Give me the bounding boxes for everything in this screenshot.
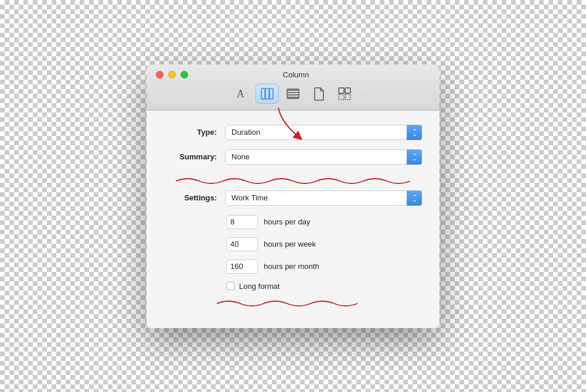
long-format-row: Long format xyxy=(164,282,422,291)
content-panel: Type: Duration Summary: None xyxy=(146,110,440,328)
toolbar: A xyxy=(230,84,356,110)
close-button[interactable] xyxy=(156,71,163,79)
summary-row: Summary: None xyxy=(164,149,422,165)
wavy-annotation-bottom xyxy=(217,296,397,311)
custom-grid-icon xyxy=(338,87,352,101)
hours-per-week-input[interactable] xyxy=(226,237,258,251)
settings-row: Settings: Work Time xyxy=(164,190,422,206)
type-select[interactable]: Duration xyxy=(225,125,422,140)
toolbar-document-button[interactable] xyxy=(307,84,331,104)
hours-per-day-label: hours per day xyxy=(264,217,311,226)
maximize-button[interactable] xyxy=(180,71,188,79)
long-format-checkbox[interactable] xyxy=(226,282,234,290)
settings-label: Settings: xyxy=(164,193,217,202)
hours-per-day-input[interactable] xyxy=(226,215,258,229)
summary-select-wrapper: None xyxy=(225,149,422,165)
minimize-button[interactable] xyxy=(168,71,176,79)
summary-select[interactable]: None xyxy=(225,149,422,165)
svg-rect-3 xyxy=(270,88,273,99)
svg-rect-11 xyxy=(339,94,344,100)
title-bar-top: Column xyxy=(156,70,430,79)
hours-per-month-input[interactable] xyxy=(226,260,258,274)
settings-select-wrapper: Work Time xyxy=(225,190,422,206)
toolbar-custom-button[interactable] xyxy=(333,84,356,104)
document-icon xyxy=(312,87,326,101)
summary-label: Summary: xyxy=(164,152,217,161)
hours-per-day-row: hours per day xyxy=(164,215,422,229)
toolbar-list-button[interactable] xyxy=(281,84,305,104)
svg-rect-9 xyxy=(339,88,344,93)
traffic-lights xyxy=(156,71,188,79)
hours-per-month-row: hours per month xyxy=(164,260,422,274)
svg-rect-10 xyxy=(345,88,350,93)
window-title: Column xyxy=(188,70,404,79)
columns-icon xyxy=(260,87,274,101)
svg-rect-2 xyxy=(265,88,269,99)
column-window: Column A xyxy=(146,64,440,328)
title-bar: Column A xyxy=(146,64,440,110)
hours-per-week-label: hours per week xyxy=(264,240,316,248)
svg-rect-12 xyxy=(345,94,350,100)
toolbar-text-button[interactable]: A xyxy=(230,84,253,104)
type-select-wrapper: Duration xyxy=(225,125,422,140)
svg-rect-1 xyxy=(261,88,265,99)
wavy-annotation-top xyxy=(164,174,422,188)
hours-per-week-row: hours per week xyxy=(164,237,422,251)
text-format-icon: A xyxy=(234,87,248,101)
toolbar-columns-button[interactable] xyxy=(255,84,279,104)
type-row: Type: Duration xyxy=(164,125,422,140)
type-label: Type: xyxy=(164,128,217,137)
list-icon xyxy=(286,87,300,101)
hours-per-month-label: hours per month xyxy=(264,262,319,271)
svg-text:A: A xyxy=(237,88,244,100)
long-format-label: Long format xyxy=(239,282,280,291)
settings-select[interactable]: Work Time xyxy=(225,190,422,206)
